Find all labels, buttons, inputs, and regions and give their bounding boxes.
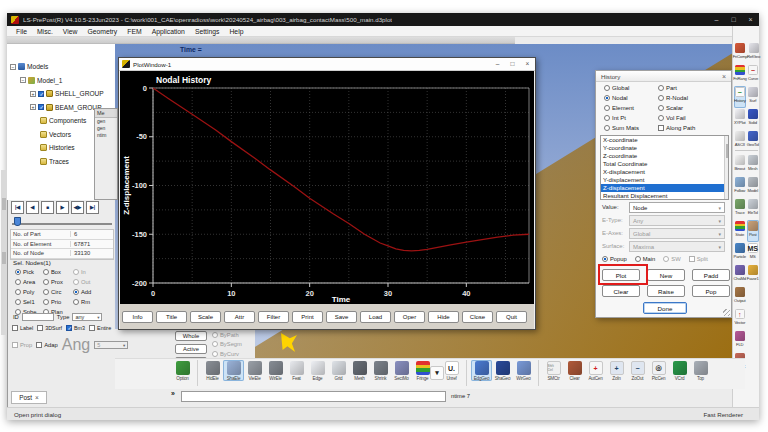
- radio-in[interactable]: In: [73, 269, 99, 275]
- plot-window-titlebar[interactable]: PlotWindow-1 –□×: [119, 58, 535, 71]
- sidebar-item-xyplot[interactable]: XYPlot: [734, 108, 747, 130]
- radio-icon[interactable]: [73, 289, 79, 295]
- radio-icon[interactable]: [658, 115, 664, 121]
- menu-geometry[interactable]: Geometry: [82, 28, 122, 35]
- menu-file[interactable]: File: [11, 28, 32, 35]
- radio-add[interactable]: Add: [73, 289, 99, 295]
- maximize-icon[interactable]: □: [505, 58, 520, 70]
- radio-icon[interactable]: [658, 85, 664, 91]
- radio-nodal[interactable]: Nodal: [604, 95, 628, 101]
- padd-button[interactable]: Padd: [692, 269, 730, 281]
- tab-post[interactable]: Post ×: [11, 391, 47, 404]
- raise-button[interactable]: Raise: [647, 285, 685, 297]
- close-icon[interactable]: ×: [742, 13, 759, 26]
- radio-prio[interactable]: Prio: [43, 299, 73, 305]
- tree-item-models[interactable]: −Models: [7, 60, 115, 74]
- toolbar-item-edggeo[interactable]: EdgGeo: [471, 360, 492, 381]
- radio-icon[interactable]: [604, 105, 610, 111]
- tab-close-icon[interactable]: ×: [35, 394, 39, 401]
- tree-item-shell-group[interactable]: +SHELL_GROUP: [7, 87, 115, 101]
- checkbox-icon[interactable]: [658, 125, 664, 131]
- toolbar-item-feat[interactable]: Feat: [286, 360, 307, 381]
- last-frame-button[interactable]: ▶|: [86, 201, 99, 214]
- radio-poly[interactable]: Poly: [15, 289, 43, 295]
- play-button[interactable]: ▶: [56, 201, 69, 214]
- radio-sw[interactable]: SW: [663, 256, 680, 262]
- checkbox-adap[interactable]: Adap: [36, 342, 58, 348]
- checkbox-3dsurf[interactable]: 3DSurf: [37, 325, 62, 331]
- checkbox-entire[interactable]: Entire: [89, 325, 111, 331]
- bounce-button[interactable]: ◀▶: [71, 201, 84, 214]
- sidebar-item-refgeo[interactable]: RefGeo: [747, 42, 760, 64]
- tree-checkbox[interactable]: [38, 91, 44, 97]
- list-item-z-coordinate[interactable]: Z-coordinate: [601, 152, 728, 160]
- scrollbar-thumb[interactable]: [726, 144, 729, 158]
- radio-element[interactable]: Element: [604, 105, 634, 111]
- radio-int-pt[interactable]: Int Pt: [604, 115, 626, 121]
- radio-scalar[interactable]: Scalar: [658, 105, 683, 111]
- toolbar-item-shaele[interactable]: ShaEle: [223, 360, 244, 381]
- maximize-icon[interactable]: □: [725, 13, 742, 26]
- radio-icon[interactable]: [15, 269, 21, 275]
- radio-prox[interactable]: Prox: [43, 279, 73, 285]
- radio-pick[interactable]: Pick: [15, 269, 43, 275]
- slider-handle[interactable]: [14, 217, 21, 226]
- sidebar-item-fricomp[interactable]: FriComp: [734, 42, 747, 64]
- done-button[interactable]: Done: [643, 302, 687, 314]
- sidebar-item-history[interactable]: ~History: [734, 86, 747, 108]
- checkbox-bm3[interactable]: Bm3: [66, 325, 85, 331]
- plot-window[interactable]: PlotWindow-1 –□× 0102030400-50-100-150-2…: [118, 57, 536, 330]
- radio-icon[interactable]: [635, 256, 641, 262]
- menu-misc[interactable]: Misc.: [32, 28, 58, 35]
- sidebar-item-curve[interactable]: ~Curve: [747, 64, 759, 86]
- print-button[interactable]: Print: [292, 311, 323, 323]
- hide-button[interactable]: Hide: [428, 311, 459, 323]
- load-button[interactable]: Load: [360, 311, 391, 323]
- radio-icon[interactable]: [43, 299, 49, 305]
- active-button[interactable]: Active: [175, 344, 207, 354]
- toolbar-item-fringe-dropdown-arrow[interactable]: ▾: [433, 360, 441, 381]
- sidebar-item-mesh[interactable]: Mesh: [747, 154, 760, 176]
- radio-icon[interactable]: [212, 341, 218, 347]
- menu-settings[interactable]: Settings: [190, 28, 225, 35]
- filter-button[interactable]: Filter: [258, 311, 289, 323]
- radio-rm[interactable]: Rm: [73, 299, 99, 305]
- toolbar-item-mesh[interactable]: Mesh: [349, 360, 370, 381]
- checkbox-icon[interactable]: [12, 325, 18, 331]
- toolbar-item-edge[interactable]: Edge: [307, 360, 328, 381]
- list-item-resultant-displacement[interactable]: Resultant Displacement: [601, 192, 728, 200]
- new-button[interactable]: New: [647, 269, 685, 281]
- radio-sum-mats[interactable]: Sum Mats: [604, 125, 639, 131]
- info-button[interactable]: Info: [122, 311, 153, 323]
- radio-icon[interactable]: [43, 279, 49, 285]
- radio-vol-fail[interactable]: Vol Fail: [658, 115, 686, 121]
- radio-icon[interactable]: [604, 95, 610, 101]
- close-button[interactable]: Close: [462, 311, 493, 323]
- toolbar-item-autcen[interactable]: +AutCen: [585, 360, 606, 381]
- command-input[interactable]: [181, 391, 446, 402]
- radio-out[interactable]: Out: [73, 279, 99, 285]
- radio-icon[interactable]: [73, 269, 79, 275]
- list-item-x-coordinate[interactable]: X-coordinate: [601, 136, 728, 144]
- pop-button[interactable]: Pop: [692, 285, 730, 297]
- toolbar-item-zoin[interactable]: +ZoIn: [606, 360, 627, 381]
- quit-button[interactable]: Quit: [496, 311, 527, 323]
- stop-button[interactable]: ■: [41, 201, 54, 214]
- toolbar-item-wirgeo[interactable]: WirGeo: [513, 360, 534, 381]
- sidebar-item-output[interactable]: Output: [734, 286, 747, 308]
- toolbar-item-shrink[interactable]: Shrink: [370, 360, 391, 381]
- sidebar-item-eletol[interactable]: EleTol: [747, 198, 760, 220]
- frame-slider[interactable]: [12, 217, 112, 227]
- toolbar-item-wirele[interactable]: WirEle: [265, 360, 286, 381]
- list-item-total-coordinate[interactable]: Total Coordinate: [601, 160, 728, 168]
- radio-icon[interactable]: [73, 299, 79, 305]
- toolbar-item-grid[interactable]: Grid: [328, 360, 349, 381]
- radio-main[interactable]: Main: [635, 256, 656, 262]
- attr-button[interactable]: Attr: [224, 311, 255, 323]
- radio-icon[interactable]: [212, 351, 218, 357]
- radio-sel1[interactable]: Sel1: [15, 299, 43, 305]
- checkbox-icon[interactable]: [689, 256, 695, 262]
- splitter-grip[interactable]: [2, 198, 6, 210]
- toolbar-item-unref[interactable]: U.Unref: [441, 360, 462, 381]
- toolbar-item-clear[interactable]: Clear: [564, 360, 585, 381]
